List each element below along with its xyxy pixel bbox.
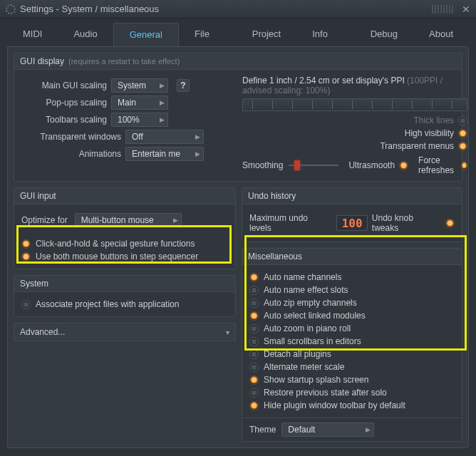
chevron-right-icon: ▶ [195, 150, 200, 157]
theme-dropdown[interactable]: Default▶ [281, 423, 374, 437]
opt-misc-2[interactable]: Auto zip empty channels [249, 296, 455, 309]
radio-icon [458, 116, 467, 125]
close-icon[interactable]: ✕ [462, 4, 470, 15]
advanced-toggle[interactable]: Advanced...▾ [14, 323, 236, 341]
toolbars-scaling-dropdown[interactable]: 100%▶ [111, 113, 168, 127]
section-gui-input: GUI input Optimize for Multi-button mous… [14, 187, 236, 269]
optimize-for-label: Optimize for [21, 215, 68, 225]
opt-label: Show startup splash screen [264, 375, 368, 385]
section-subtitle: (requires a restart to take effect) [68, 57, 180, 66]
opt-misc-9[interactable]: Restore previous state after solo [249, 386, 455, 399]
radio-icon [249, 311, 259, 321]
smoothing-label: Smoothing [242, 160, 283, 170]
radio-icon [458, 129, 467, 138]
opt-misc-5[interactable]: Small scrollbars in editors [249, 335, 455, 348]
settings-panel: GUI display (requires a restart to take … [7, 46, 469, 448]
radio-icon [21, 300, 31, 309]
opt-thick-lines[interactable]: Thick lines [413, 115, 467, 125]
max-undo-label: Maximum undo levels [249, 213, 331, 233]
radio-icon [21, 239, 31, 249]
opt-label: Auto select linked modules [264, 311, 366, 321]
tab-spacer [343, 23, 355, 46]
section-title: Undo history [248, 191, 296, 201]
radio-icon [445, 219, 455, 228]
section-undo-history: Undo history Maximum undo levels 100 Und… [242, 187, 462, 242]
tab-debug[interactable]: Debug [355, 23, 413, 46]
section-title: System [20, 279, 48, 289]
opt-click-and-hold[interactable]: Click-and-hold & special gesture functio… [21, 237, 228, 250]
chevron-right-icon: ▶ [160, 99, 165, 106]
chevron-down-icon: ▾ [226, 328, 229, 336]
opt-misc-6[interactable]: Detach all plugins [249, 348, 455, 361]
opt-both-mouse-buttons[interactable]: Use both mouse buttons in step sequencer [21, 250, 228, 263]
section-miscellaneous: Miscellaneous Auto name channelsAuto nam… [242, 248, 462, 442]
radio-icon [21, 252, 31, 261]
radio-icon [249, 286, 259, 295]
opt-label: Alternate meter scale [264, 362, 344, 372]
chevron-right-icon: ▶ [160, 116, 165, 123]
popups-scaling-dropdown[interactable]: Main▶ [111, 95, 168, 110]
tab-spacer [225, 23, 237, 46]
optimize-for-dropdown[interactable]: Multi-button mouse▶ [75, 213, 182, 227]
section-header: GUI display (requires a restart to take … [14, 53, 462, 70]
radio-icon [249, 337, 259, 346]
main-scaling-dropdown[interactable]: System▶ [111, 78, 168, 93]
radio-icon [249, 299, 259, 308]
section-title: Miscellaneous [248, 252, 302, 261]
section-system: System Associate project files with appl… [14, 275, 236, 317]
opt-undo-knob-tweaks[interactable]: Undo knob tweaks [372, 213, 455, 233]
opt-misc-4[interactable]: Auto zoom in piano roll [249, 322, 455, 335]
tab-audio[interactable]: Audio [58, 23, 113, 46]
opt-label: Auto zip empty channels [264, 298, 357, 308]
opt-misc-8[interactable]: Show startup splash screen [249, 373, 455, 386]
title-bar: Settings - System / miscellaneous ✕ [0, 0, 476, 19]
smoothing-slider[interactable] [289, 160, 338, 170]
radio-icon [461, 161, 467, 170]
tab-project[interactable]: Project [237, 23, 296, 46]
radio-icon [249, 363, 259, 372]
opt-transparent-menus[interactable]: Transparent menus [380, 141, 467, 151]
animations-label: Animations [21, 149, 121, 159]
tab-info[interactable]: Info [296, 23, 343, 46]
opt-ultrasmooth[interactable]: Ultrasmooth [348, 160, 408, 170]
window-title: Settings - System / miscellaneous [20, 4, 159, 14]
opt-label: Small scrollbars in editors [264, 336, 361, 346]
radio-icon [249, 375, 259, 385]
radio-icon [458, 142, 467, 151]
max-undo-value[interactable]: 100 [336, 215, 367, 231]
ppi-ruler[interactable] [242, 98, 467, 111]
tab-general[interactable]: General [113, 23, 179, 46]
opt-misc-7[interactable]: Alternate meter scale [249, 361, 455, 373]
help-button[interactable]: ? [177, 79, 190, 92]
tab-midi[interactable]: MIDI [7, 23, 58, 46]
opt-force-refreshes[interactable]: Force refreshes [418, 155, 467, 175]
opt-misc-3[interactable]: Auto select linked modules [249, 309, 455, 322]
opt-associate-files[interactable]: Associate project files with application [21, 298, 228, 311]
toolbars-scaling-label: Toolbars scaling [21, 115, 107, 125]
tab-about[interactable]: About [413, 23, 469, 46]
opt-label: Auto name effect slots [264, 285, 348, 295]
radio-icon [399, 161, 408, 170]
opt-label: Hide plugin window toolbar by default [264, 400, 405, 410]
opt-high-visibility[interactable]: High visibility [405, 128, 467, 138]
popups-scaling-label: Pop-ups scaling [21, 98, 107, 108]
radio-icon [249, 350, 259, 359]
chevron-right-icon: ▶ [160, 82, 165, 89]
section-title: GUI display [20, 56, 64, 66]
opt-misc-1[interactable]: Auto name effect slots [249, 284, 455, 296]
transparent-windows-dropdown[interactable]: Off▶ [125, 130, 204, 144]
chevron-right-icon: ▶ [366, 426, 371, 433]
define-ppi-text: Define 1 inch / 2.54 cm or set display's… [242, 76, 467, 95]
tab-bar: MIDI Audio General File Project Info Deb… [0, 19, 476, 46]
opt-misc-0[interactable]: Auto name channels [249, 271, 455, 284]
slider-thumb-icon [294, 160, 300, 170]
radio-icon [249, 324, 259, 333]
window-grip[interactable] [432, 5, 455, 14]
opt-label: Auto name channels [264, 272, 341, 282]
radio-icon [249, 401, 259, 410]
theme-label: Theme [249, 425, 276, 435]
opt-misc-10[interactable]: Hide plugin window toolbar by default [249, 399, 455, 412]
animations-dropdown[interactable]: Entertain me▶ [125, 147, 204, 161]
radio-icon [249, 273, 259, 282]
tab-file[interactable]: File [179, 23, 225, 46]
